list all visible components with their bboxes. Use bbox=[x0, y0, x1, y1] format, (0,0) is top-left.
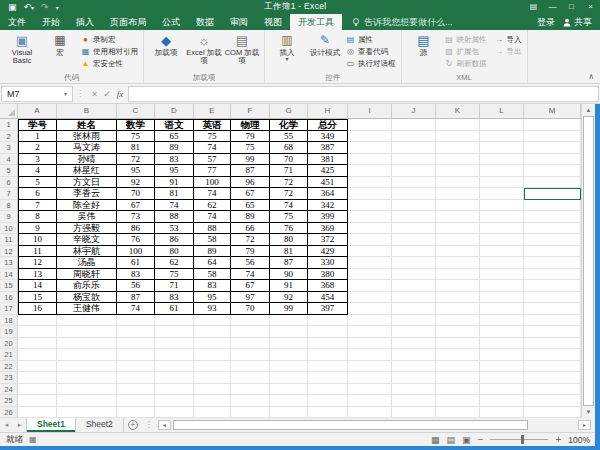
cell-D6[interactable]: 91 bbox=[155, 177, 194, 189]
minimize-icon[interactable]: — bbox=[543, 0, 562, 14]
cell-E18[interactable] bbox=[194, 315, 231, 327]
cell-G26[interactable] bbox=[270, 407, 308, 419]
normal-view-icon[interactable]: ▦ bbox=[431, 435, 440, 445]
cell-D1[interactable]: 语文 bbox=[155, 119, 194, 131]
cell-A16[interactable]: 15 bbox=[18, 292, 57, 304]
cell-F19[interactable] bbox=[231, 326, 270, 338]
cell-G22[interactable] bbox=[270, 361, 308, 373]
cell-B22[interactable] bbox=[57, 361, 117, 373]
cell-I1[interactable] bbox=[348, 119, 392, 131]
cell-A5[interactable]: 4 bbox=[18, 165, 57, 177]
row-header-13[interactable]: 13 bbox=[0, 257, 18, 269]
cell-E11[interactable]: 58 bbox=[194, 234, 231, 246]
row-header-7[interactable]: 7 bbox=[0, 188, 18, 200]
cell-A12[interactable]: 11 bbox=[18, 246, 57, 258]
horizontal-scroll-thumb[interactable] bbox=[173, 420, 528, 430]
cell-C17[interactable]: 74 bbox=[117, 303, 155, 315]
redo-icon[interactable]: ↷ bbox=[41, 2, 49, 12]
cell-J8[interactable] bbox=[392, 200, 436, 212]
cell-C1[interactable]: 数学 bbox=[117, 119, 155, 131]
cell-J21[interactable] bbox=[392, 349, 436, 361]
row-header-14[interactable]: 14 bbox=[0, 269, 18, 281]
cell-K6[interactable] bbox=[436, 177, 480, 189]
cell-B7[interactable]: 李香云 bbox=[57, 188, 117, 200]
cell-D18[interactable] bbox=[155, 315, 194, 327]
cell-M23[interactable] bbox=[524, 372, 581, 384]
cell-F12[interactable]: 79 bbox=[231, 246, 270, 258]
cell-H3[interactable]: 387 bbox=[308, 142, 348, 154]
cell-E23[interactable] bbox=[194, 372, 231, 384]
cell-C23[interactable] bbox=[117, 372, 155, 384]
cell-L26[interactable] bbox=[480, 407, 524, 419]
cell-C20[interactable] bbox=[117, 338, 155, 350]
row-header-23[interactable]: 23 bbox=[0, 372, 18, 384]
cell-D24[interactable] bbox=[155, 384, 194, 396]
cell-B6[interactable]: 方文日 bbox=[57, 177, 117, 189]
cell-H5[interactable]: 425 bbox=[308, 165, 348, 177]
cell-G15[interactable]: 91 bbox=[270, 280, 308, 292]
cell-E6[interactable]: 100 bbox=[194, 177, 231, 189]
cell-E16[interactable]: 95 bbox=[194, 292, 231, 304]
cell-E9[interactable]: 74 bbox=[194, 211, 231, 223]
cell-I13[interactable] bbox=[348, 257, 392, 269]
cell-G7[interactable]: 72 bbox=[270, 188, 308, 200]
cell-J26[interactable] bbox=[392, 407, 436, 419]
sheet-tab-Sheet2[interactable]: Sheet2 bbox=[76, 418, 124, 432]
cell-G24[interactable] bbox=[270, 384, 308, 396]
tab-文件[interactable]: 文件 bbox=[0, 14, 34, 30]
ribbon-insert-control-button[interactable]: ▥插入▾ bbox=[268, 31, 306, 62]
cell-C4[interactable]: 72 bbox=[117, 154, 155, 166]
ribbon-com-add-ins-button[interactable]: ▤COM 加载项 bbox=[223, 31, 261, 65]
cell-K18[interactable] bbox=[436, 315, 480, 327]
ribbon-design-mode-button[interactable]: ✎设计模式 bbox=[306, 31, 344, 57]
cell-H24[interactable] bbox=[308, 384, 348, 396]
cell-K14[interactable] bbox=[436, 269, 480, 281]
tab-开始[interactable]: 开始 bbox=[34, 14, 68, 30]
ribbon-macro-security-button[interactable]: ▲宏安全性 bbox=[81, 59, 138, 68]
tell-me-box[interactable]: 告诉我您想要做什么... bbox=[352, 14, 453, 30]
cell-J23[interactable] bbox=[392, 372, 436, 384]
row-header-2[interactable]: 2 bbox=[0, 131, 18, 143]
cell-L1[interactable] bbox=[480, 119, 524, 131]
cell-J11[interactable] bbox=[392, 234, 436, 246]
cell-I5[interactable] bbox=[348, 165, 392, 177]
cell-M18[interactable] bbox=[524, 315, 581, 327]
cell-J19[interactable] bbox=[392, 326, 436, 338]
cell-K21[interactable] bbox=[436, 349, 480, 361]
cell-L5[interactable] bbox=[480, 165, 524, 177]
cell-C3[interactable]: 81 bbox=[117, 142, 155, 154]
cell-F11[interactable]: 72 bbox=[231, 234, 270, 246]
cell-D9[interactable]: 88 bbox=[155, 211, 194, 223]
cell-F3[interactable]: 75 bbox=[231, 142, 270, 154]
cell-E22[interactable] bbox=[194, 361, 231, 373]
cell-A6[interactable]: 5 bbox=[18, 177, 57, 189]
cell-C2[interactable]: 75 bbox=[117, 131, 155, 143]
row-header-16[interactable]: 16 bbox=[0, 292, 18, 304]
cell-H20[interactable] bbox=[308, 338, 348, 350]
cell-I25[interactable] bbox=[348, 395, 392, 407]
cell-J3[interactable] bbox=[392, 142, 436, 154]
cell-E21[interactable] bbox=[194, 349, 231, 361]
cell-H2[interactable]: 349 bbox=[308, 131, 348, 143]
cell-B19[interactable] bbox=[57, 326, 117, 338]
cell-A24[interactable] bbox=[18, 384, 57, 396]
tab-公式[interactable]: 公式 bbox=[154, 14, 188, 30]
cell-G11[interactable]: 80 bbox=[270, 234, 308, 246]
cell-D19[interactable] bbox=[155, 326, 194, 338]
cell-M8[interactable] bbox=[524, 200, 581, 212]
row-header-12[interactable]: 12 bbox=[0, 246, 18, 258]
cell-K25[interactable] bbox=[436, 395, 480, 407]
cell-K11[interactable] bbox=[436, 234, 480, 246]
cell-L18[interactable] bbox=[480, 315, 524, 327]
cell-B1[interactable]: 姓名 bbox=[57, 119, 117, 131]
cell-A26[interactable] bbox=[18, 407, 57, 419]
ribbon-excel-add-ins-button[interactable]: ☼Excel 加载项 bbox=[185, 31, 223, 65]
cell-F25[interactable] bbox=[231, 395, 270, 407]
sign-in-button[interactable]: 登录 bbox=[537, 16, 555, 29]
page-layout-view-icon[interactable]: ▤ bbox=[447, 435, 456, 445]
cell-E24[interactable] bbox=[194, 384, 231, 396]
cell-G12[interactable]: 81 bbox=[270, 246, 308, 258]
cell-G2[interactable]: 55 bbox=[270, 131, 308, 143]
cell-B25[interactable] bbox=[57, 395, 117, 407]
cell-B17[interactable]: 王健伟 bbox=[57, 303, 117, 315]
